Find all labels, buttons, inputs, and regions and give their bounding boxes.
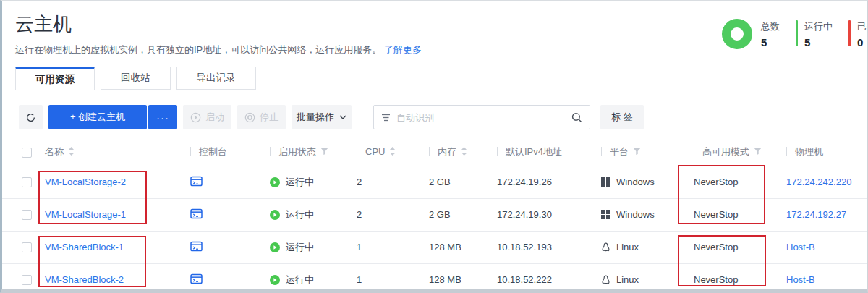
ipv4-value: 10.18.52.222	[488, 263, 592, 293]
stat-total: 总数 5	[761, 20, 780, 48]
linux-icon	[601, 242, 610, 252]
column-label: 内存	[438, 146, 456, 157]
vm-name-link[interactable]: VM-LocalStorage-2	[45, 177, 126, 187]
select-all-checkbox[interactable]	[22, 148, 32, 158]
tab-recycle-bin[interactable]: 回收站	[101, 67, 171, 90]
running-status-icon	[270, 242, 280, 252]
platform-label: Windows	[616, 209, 655, 220]
stat-total-value: 5	[761, 36, 780, 48]
start-icon	[190, 112, 201, 123]
column-header-cpu[interactable]: CPU	[347, 139, 420, 166]
sort-icon[interactable]	[68, 147, 75, 158]
learn-more-link[interactable]: 了解更多	[384, 44, 422, 55]
search-input[interactable]	[396, 112, 571, 123]
column-label: CPU	[365, 146, 385, 157]
column-header-status[interactable]: 启用状态	[260, 139, 347, 166]
page-description: 运行在物理机上的虚拟机实例，具有独立的IP地址，可以访问公共网络，运行应用服务。…	[15, 43, 422, 56]
column-divider	[786, 147, 787, 156]
column-header-physical-host: 物理机	[777, 139, 867, 166]
column-divider	[429, 147, 430, 156]
column-divider	[601, 147, 602, 156]
toolbar: + 创建云主机 ··· 启动 停止 批量操作	[19, 105, 644, 129]
host-link[interactable]: Host-B	[786, 274, 815, 285]
host-link[interactable]: Host-B	[786, 242, 815, 252]
stopped-color-bar	[848, 20, 851, 46]
table-row: VM-LocalStorage-1 运行中 2 2 GB 172.24.19.3…	[2, 198, 867, 231]
stop-button[interactable]: 停止	[237, 105, 286, 129]
running-status-icon	[270, 275, 280, 285]
stat-running-value: 5	[804, 36, 833, 48]
tab-available-resources[interactable]: 可用资源	[15, 67, 95, 90]
batch-actions-button[interactable]: 批量操作	[292, 105, 352, 129]
column-header-platform[interactable]: 平台	[592, 139, 684, 166]
tag-button[interactable]: 标 签	[600, 105, 644, 129]
running-status-icon	[270, 210, 280, 220]
ha-mode-value: NeverStop	[684, 231, 777, 263]
refresh-button[interactable]	[19, 105, 43, 129]
stat-running: 运行中 5	[796, 20, 833, 48]
chevron-down-icon	[339, 115, 346, 119]
row-checkbox[interactable]	[22, 177, 32, 187]
page-header: 云主机 运行在物理机上的虚拟机实例，具有独立的IP地址，可以访问公共网络，运行应…	[15, 12, 422, 56]
column-header-ipv4: 默认IPv4地址	[488, 139, 592, 166]
vm-name-link[interactable]: VM-SharedBlock-1	[45, 242, 124, 252]
status-label: 运行中	[286, 208, 314, 221]
vm-table: 名称 控制台 启用状态 CPU 内存 默认IPv4地址 平台	[2, 139, 867, 293]
column-header-memory[interactable]: 内存	[420, 139, 488, 166]
sort-icon[interactable]	[461, 147, 467, 158]
filter-icon[interactable]	[320, 147, 328, 158]
sort-icon[interactable]	[389, 147, 396, 158]
memory-value: 128 MB	[420, 263, 488, 293]
console-icon[interactable]	[190, 176, 203, 187]
table-row: VM-SharedBlock-2 运行中 1 128 MB 10.18.52.2…	[2, 263, 867, 293]
column-label: 名称	[45, 146, 64, 157]
page-title: 云主机	[15, 12, 422, 37]
memory-value: 2 GB	[420, 198, 488, 231]
filter-icon[interactable]	[633, 147, 641, 158]
status-label: 运行中	[286, 273, 314, 286]
platform-label: Windows	[616, 177, 655, 187]
search-box[interactable]	[373, 105, 590, 129]
memory-value: 2 GB	[420, 166, 488, 198]
column-header-name[interactable]: 名称	[35, 139, 181, 166]
row-checkbox[interactable]	[22, 242, 32, 252]
stat-stopped: 已停 0	[848, 20, 868, 48]
filter-icon[interactable]	[754, 147, 762, 158]
platform-label: Linux	[616, 242, 639, 252]
cpu-value: 2	[347, 198, 420, 231]
ha-mode-value: NeverStop	[684, 198, 777, 231]
ipv4-value: 172.24.19.26	[488, 166, 592, 198]
start-button[interactable]: 启动	[183, 105, 231, 129]
host-link[interactable]: 172.24.242.220	[786, 177, 851, 187]
cpu-value: 1	[347, 231, 420, 263]
stop-icon	[244, 112, 255, 123]
create-vm-button[interactable]: + 创建云主机	[48, 105, 147, 129]
row-checkbox[interactable]	[22, 210, 32, 220]
vm-name-link[interactable]: VM-SharedBlock-2	[45, 274, 124, 285]
column-header-ha-mode[interactable]: 高可用模式	[684, 139, 777, 166]
cloud-vm-page: 云主机 运行在物理机上的虚拟机实例，具有独立的IP地址，可以访问公共网络，运行应…	[0, 0, 868, 293]
ha-mode-value: NeverStop	[684, 263, 777, 293]
windows-icon	[601, 210, 610, 219]
windows-icon	[601, 177, 610, 187]
console-icon[interactable]	[190, 241, 203, 252]
running-status-icon	[270, 177, 280, 187]
resource-tabs: 可用资源 回收站 导出记录	[15, 67, 256, 90]
ipv4-value: 10.18.52.193	[488, 231, 592, 263]
column-divider	[357, 147, 357, 156]
donut-chart	[722, 19, 752, 49]
row-checkbox[interactable]	[22, 275, 32, 285]
column-header-console: 控制台	[181, 139, 260, 166]
vm-name-link[interactable]: VM-LocalStorage-1	[45, 209, 126, 220]
console-icon[interactable]	[190, 273, 203, 284]
linux-icon	[601, 275, 610, 285]
host-link[interactable]: 172.24.192.27	[786, 209, 846, 220]
cpu-value: 1	[347, 263, 420, 293]
more-actions-button[interactable]: ···	[148, 105, 177, 129]
column-label: 高可用模式	[702, 146, 749, 157]
tab-export-records[interactable]: 导出记录	[176, 67, 256, 90]
running-color-bar	[796, 20, 798, 46]
console-icon[interactable]	[190, 208, 203, 219]
stat-total-label: 总数	[761, 20, 780, 33]
search-icon[interactable]	[571, 112, 582, 123]
